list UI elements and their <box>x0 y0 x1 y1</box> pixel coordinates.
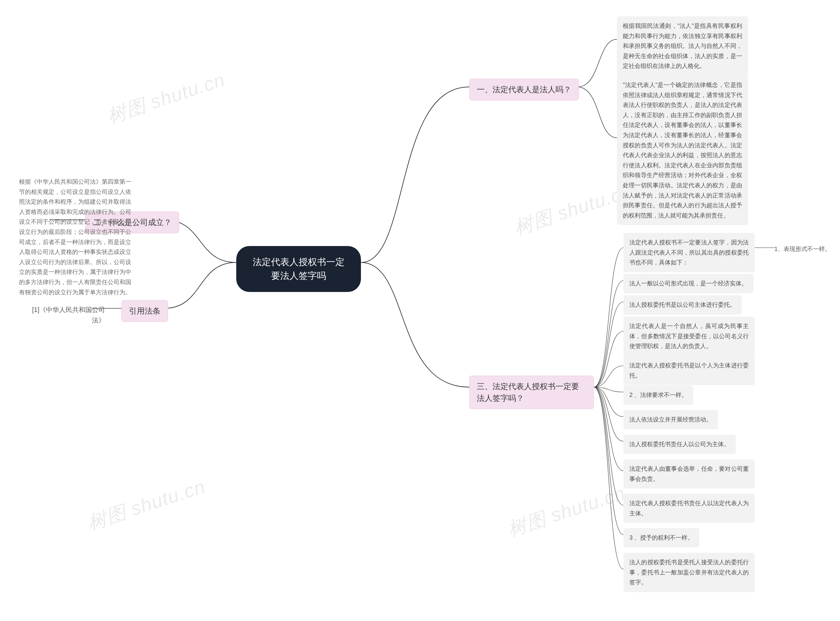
leaf-b2-1: 根据《中华人民共和国公司法》第四章第一节的相关规定，公司设立是指公司设立人依照法… <box>13 172 138 302</box>
watermark-text: 树图 shutu.cn <box>84 474 209 536</box>
leaf-b3-8: 法人授权委托书责任人以公司为主体。 <box>623 435 735 454</box>
leaf-b3-7: 法人依法设立并开展经营活动。 <box>623 410 718 429</box>
leaf-b3-1: 法定代表人授权书不一定要法人签字，因为法人跟法定代表人不同，所以其出具的授权委托… <box>623 233 755 272</box>
leaf-b3-6: 2 、法律要求不一样。 <box>623 385 693 405</box>
watermark-text: 树图 shutu.cn <box>504 480 629 542</box>
leaf-b3-4: 法定代表人是一个自然人，虽可成为民事主体，但多数情况下是接受委任，以公司名义行使… <box>623 317 755 356</box>
leaf-b3-11: 3 、授予的权利不一样。 <box>623 528 699 548</box>
watermark-text: 树图 shutu.cn <box>104 67 228 129</box>
branch-3-label: 三、法定代表人授权书一定要法人签字吗？ <box>477 382 579 403</box>
leaf-b3-5: 法定代表人授权委托书是以个人为主体进行委托。 <box>623 356 755 385</box>
leaf-b4-1: [1]《中华人民共和国公司法》 <box>20 304 105 326</box>
branch-1-label: 一、法定代表人是法人吗？ <box>477 85 571 94</box>
branch-1[interactable]: 一、法定代表人是法人吗？ <box>469 79 579 100</box>
branch-3[interactable]: 三、法定代表人授权书一定要法人签字吗？ <box>469 376 594 409</box>
leaf-b3-3: 法人授权委托书是以公司主体进行委托。 <box>623 295 741 315</box>
leaf-b1-1: 根据我国民法通则，"法人"是指具有民事权利能力和民事行为能力，依法独立享有民事权… <box>617 17 748 76</box>
mindmap-root: 法定代表人授权书一定要法人签字吗 <box>236 246 361 292</box>
leaf-b3-12: 法人的授权委托书是受托人接受法人的委托行事，委托书上一般加盖公章并有法定代表人的… <box>623 553 755 592</box>
leaf-b3-9: 法定代表人由董事会选举，任命，要对公司董事会负责。 <box>623 459 755 488</box>
leaf-b1-2: "法定代表人"是一个确定的法律概念，它是指依照法律或法人组织章程规定，通常情况下… <box>617 76 748 225</box>
leaf-b3-10: 法定代表人授权委托书责任人以法定代表人为主体。 <box>623 494 755 523</box>
root-title: 法定代表人授权书一定要法人签字吗 <box>253 257 344 281</box>
leaf-b3-2: 法人一般以公司形式出现，是一个经济实体。 <box>623 274 754 293</box>
branch-4[interactable]: 引用法条 <box>121 300 168 322</box>
branch-4-label: 引用法条 <box>129 306 161 315</box>
leaf-b3-1-sub: 1、表现形式不一样。 <box>774 244 831 254</box>
